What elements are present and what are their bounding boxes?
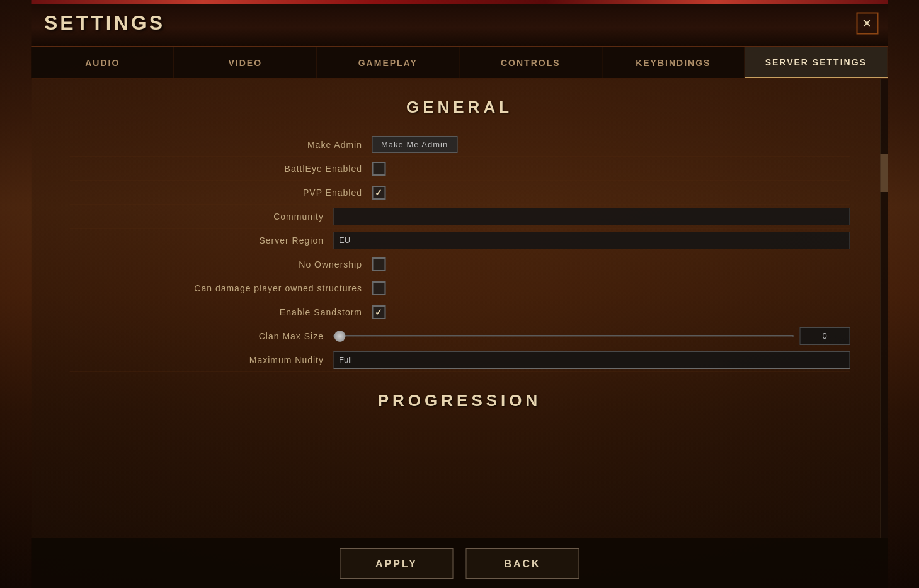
slider-wrap-clan: 0 <box>333 327 850 345</box>
content-area: GENERAL Make Admin Make Me Admin BattlEy… <box>31 79 888 538</box>
tab-keybindings[interactable]: KEYBINDINGS <box>602 47 745 78</box>
row-server-region: Server Region <box>69 229 850 252</box>
slider-thumb-clan[interactable] <box>334 331 345 342</box>
label-battleye: BattlEye Enabled <box>69 164 372 174</box>
row-pvp: PVP Enabled <box>69 181 850 205</box>
bottom-bar: APPLY BACK <box>31 538 888 588</box>
control-clan-max-size: 0 <box>333 327 850 345</box>
label-sandstorm: Enable Sandstorm <box>69 307 372 317</box>
checkbox-battleye[interactable] <box>372 162 385 176</box>
checkbox-can-damage[interactable] <box>372 281 385 295</box>
tab-server-settings[interactable]: SERVER SETTINGS <box>745 47 888 78</box>
header-bar: SETTINGS ✕ <box>31 0 888 47</box>
slider-track-clan[interactable] <box>333 335 793 337</box>
control-make-admin: Make Me Admin <box>372 136 850 153</box>
tab-controls[interactable]: CONTROLS <box>460 47 603 78</box>
general-heading: GENERAL <box>69 98 850 117</box>
scrollbar-thumb[interactable] <box>880 154 888 192</box>
checkbox-no-ownership[interactable] <box>372 257 385 271</box>
input-server-region[interactable] <box>333 232 850 249</box>
scrollbar[interactable] <box>880 79 888 538</box>
control-sandstorm <box>372 305 850 319</box>
slider-value-clan: 0 <box>799 327 850 345</box>
row-make-admin: Make Admin Make Me Admin <box>69 133 850 157</box>
row-no-ownership: No Ownership <box>69 252 850 276</box>
row-can-damage: Can damage player owned structures <box>69 276 850 300</box>
progression-heading: PROGRESSION <box>69 391 850 410</box>
control-server-region <box>333 232 850 249</box>
row-clan-max-size: Clan Max Size 0 <box>69 324 850 348</box>
label-clan-max-size: Clan Max Size <box>69 331 333 341</box>
control-battleye <box>372 162 850 176</box>
row-battleye: BattlEye Enabled <box>69 157 850 181</box>
label-community: Community <box>69 212 333 222</box>
tab-video[interactable]: VIDEO <box>174 47 317 78</box>
apply-button[interactable]: APPLY <box>340 548 454 579</box>
label-server-region: Server Region <box>69 235 333 246</box>
label-max-nudity: Maximum Nudity <box>69 355 333 365</box>
label-can-damage: Can damage player owned structures <box>69 283 372 293</box>
control-can-damage <box>372 281 850 295</box>
tab-bar: AUDIO VIDEO GAMEPLAY CONTROLS KEYBINDING… <box>31 47 888 79</box>
settings-window: SETTINGS ✕ AUDIO VIDEO GAMEPLAY CONTROLS… <box>31 0 888 588</box>
input-community[interactable] <box>333 208 850 225</box>
input-max-nudity[interactable] <box>333 351 850 369</box>
control-community <box>333 208 850 225</box>
tab-audio[interactable]: AUDIO <box>31 47 174 78</box>
content-scroll[interactable]: GENERAL Make Admin Make Me Admin BattlEy… <box>31 79 888 538</box>
control-no-ownership <box>372 257 850 271</box>
close-button[interactable]: ✕ <box>856 12 878 34</box>
row-sandstorm: Enable Sandstorm <box>69 300 850 324</box>
checkbox-pvp[interactable] <box>372 186 385 200</box>
tab-gameplay[interactable]: GAMEPLAY <box>317 47 460 78</box>
control-max-nudity <box>333 351 850 369</box>
row-max-nudity: Maximum Nudity <box>69 348 850 372</box>
back-button[interactable]: BACK <box>466 548 579 579</box>
scroll-spacer <box>69 420 850 470</box>
row-community: Community <box>69 205 850 229</box>
label-make-admin: Make Admin <box>69 140 372 150</box>
label-no-ownership: No Ownership <box>69 259 372 269</box>
label-pvp: PVP Enabled <box>69 188 372 198</box>
window-title: SETTINGS <box>44 11 165 35</box>
make-admin-button[interactable]: Make Me Admin <box>372 136 457 153</box>
control-pvp <box>372 186 850 200</box>
checkbox-sandstorm[interactable] <box>372 305 385 319</box>
